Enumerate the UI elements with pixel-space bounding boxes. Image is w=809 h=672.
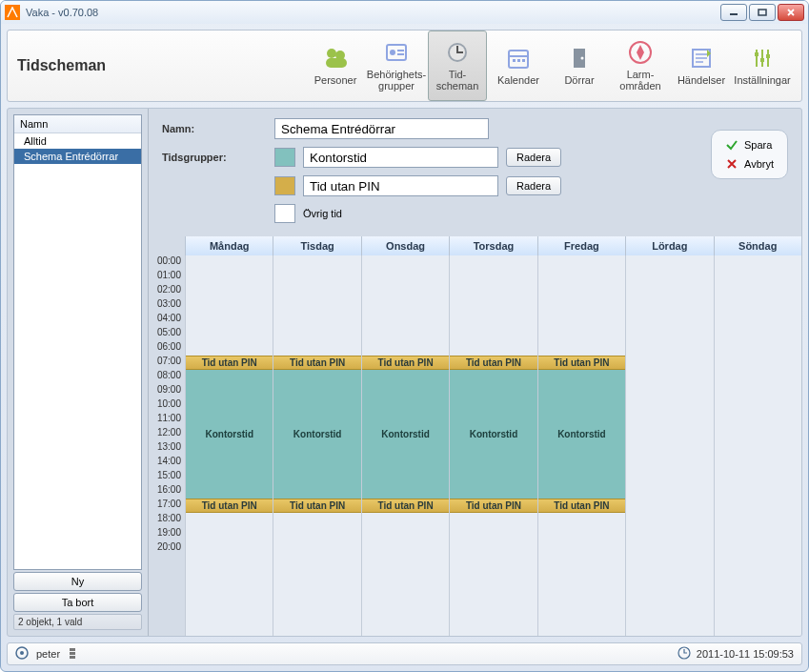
day-column[interactable]: Tid utan PINKontorstidTid utan PIN (185, 255, 273, 636)
status-user: peter (36, 648, 60, 660)
tool-installningar[interactable]: Inställningar (733, 31, 792, 101)
group-name-input[interactable] (303, 175, 498, 196)
day-column[interactable]: Tid utan PINKontorstidTid utan PIN (273, 255, 360, 636)
behorighets-icon (383, 39, 410, 68)
day-column[interactable] (714, 255, 801, 636)
day-column[interactable]: Tid utan PINKontorstidTid utan PIN (361, 255, 449, 636)
schedule-block-office[interactable]: Kontorstid (450, 370, 536, 499)
day-header: Torsdag (449, 236, 536, 255)
cancel-icon (725, 157, 738, 171)
svg-point-17 (581, 57, 584, 60)
tool-personer[interactable]: Personer (306, 31, 365, 101)
kalender-icon (505, 45, 532, 73)
status-datetime: 2011-10-11 15:09:53 (697, 648, 794, 660)
schedule-block-pin[interactable]: Tid utan PIN (450, 356, 536, 370)
list-item[interactable]: Schema Entrédörrar (14, 149, 141, 164)
schedule-block-pin[interactable]: Tid utan PIN (538, 356, 625, 370)
tool-larm[interactable]: Larm-områden (611, 31, 670, 101)
day-header: Söndag (714, 236, 801, 255)
check-icon (725, 138, 738, 152)
tidscheman-icon (444, 39, 471, 68)
toolbar: Tidscheman PersonerBehörighets-grupperTi… (7, 30, 802, 102)
tool-dorrar[interactable]: Dörrar (550, 31, 609, 101)
hours-column: 00:0001:0002:0003:0004:0005:0006:0007:00… (149, 236, 185, 636)
schedule-block-pin[interactable]: Tid utan PIN (362, 499, 449, 513)
svg-rect-4 (326, 58, 347, 68)
schedule-block-office[interactable]: Kontorstid (186, 370, 273, 499)
window-title: Vaka - v0.70.08 (26, 7, 98, 18)
list-item[interactable]: Alltid (14, 133, 141, 149)
user-icon (15, 646, 29, 662)
handelser-icon (688, 45, 715, 73)
day-header: Lördag (625, 236, 713, 255)
day-header: Fredag (537, 236, 625, 255)
tool-kalender[interactable]: Kalender (489, 31, 548, 101)
group-delete-button[interactable]: Radera (506, 148, 561, 167)
name-input[interactable] (274, 118, 489, 139)
schedule-block-pin[interactable]: Tid utan PIN (362, 356, 449, 370)
tool-tidscheman[interactable]: Tid-scheman (428, 31, 487, 101)
day-header: Måndag (185, 236, 273, 255)
dorrar-icon (566, 45, 593, 73)
tool-behorighets[interactable]: Behörighets-grupper (367, 31, 426, 101)
schedule-block-pin[interactable]: Tid utan PIN (273, 499, 360, 513)
maximize-button[interactable] (749, 4, 776, 21)
day-header: Onsdag (361, 236, 449, 255)
close-button[interactable] (778, 4, 804, 21)
color-swatch[interactable] (274, 176, 295, 195)
svg-rect-23 (755, 52, 758, 56)
svg-point-6 (390, 50, 395, 55)
group-name-label: Övrig tid (303, 208, 342, 219)
schedule-list[interactable]: Namn AlltidSchema Entrédörrar (13, 114, 142, 570)
larm-icon (627, 39, 654, 68)
schedule-block-pin[interactable]: Tid utan PIN (186, 356, 273, 370)
day-header: Tisdag (273, 236, 360, 255)
svg-rect-15 (522, 59, 525, 62)
color-swatch[interactable] (274, 148, 295, 167)
schedule-block-pin[interactable]: Tid utan PIN (186, 499, 273, 513)
schedule-grid[interactable]: Tid utan PINKontorstidTid utan PINTid ut… (185, 255, 801, 636)
installningar-icon (749, 45, 776, 73)
server-icon (68, 646, 77, 662)
day-column[interactable]: Tid utan PINKontorstidTid utan PIN (449, 255, 536, 636)
svg-point-2 (327, 49, 336, 58)
svg-rect-25 (766, 54, 770, 58)
name-label: Namn: (162, 123, 267, 134)
svg-rect-29 (70, 652, 75, 655)
svg-point-27 (20, 651, 24, 655)
page-title: Tidscheman (17, 57, 106, 74)
schedule-block-pin[interactable]: Tid utan PIN (450, 499, 536, 513)
list-header: Namn (14, 115, 141, 133)
color-swatch[interactable] (274, 204, 295, 223)
tool-handelser[interactable]: Händelser (672, 31, 731, 101)
svg-rect-30 (70, 656, 75, 659)
schedule-block-office[interactable]: Kontorstid (273, 370, 360, 499)
day-column[interactable] (625, 255, 713, 636)
group-name-input[interactable] (303, 147, 498, 168)
delete-button[interactable]: Ta bort (13, 593, 142, 612)
save-button[interactable]: Spara (725, 138, 774, 152)
svg-rect-1 (758, 10, 766, 15)
group-delete-button[interactable]: Radera (506, 176, 561, 195)
minimize-button[interactable] (720, 4, 747, 21)
groups-label: Tidsgrupper: (162, 152, 267, 163)
schedule-block-pin[interactable]: Tid utan PIN (538, 499, 625, 513)
cancel-button[interactable]: Avbryt (725, 157, 774, 171)
svg-rect-13 (513, 59, 516, 62)
schedule-block-pin[interactable]: Tid utan PIN (273, 356, 360, 370)
app-icon (5, 5, 20, 20)
svg-rect-28 (70, 648, 75, 651)
list-status: 2 objekt, 1 vald (13, 614, 142, 630)
clock-icon (678, 646, 691, 662)
svg-rect-24 (760, 58, 764, 62)
svg-rect-14 (517, 59, 520, 62)
new-button[interactable]: Ny (13, 572, 142, 591)
schedule-block-office[interactable]: Kontorstid (362, 370, 449, 499)
schedule-block-office[interactable]: Kontorstid (538, 370, 625, 499)
personer-icon (322, 45, 349, 73)
day-column[interactable]: Tid utan PINKontorstidTid utan PIN (537, 255, 625, 636)
